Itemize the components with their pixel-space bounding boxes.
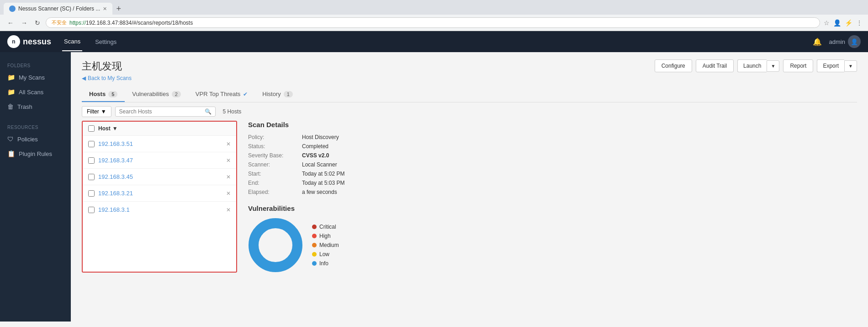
row-checkbox-3[interactable] — [88, 190, 95, 197]
launch-split-button: Launch ▼ — [737, 59, 779, 72]
detail-value-status: Completed — [302, 143, 328, 150]
tab-close-icon[interactable]: ✕ — [103, 6, 107, 12]
my-scans-icon: 📁 — [7, 74, 15, 81]
host-link-0[interactable]: 192.168.3.51 — [98, 140, 222, 147]
tab-hosts[interactable]: Hosts 5 — [82, 87, 125, 102]
detail-label-elapsed: Elapsed: — [248, 189, 298, 195]
detail-value-severity: CVSS v2.0 — [302, 152, 329, 159]
table-row[interactable]: 192.168.3.51 ✕ — [83, 136, 236, 152]
app: n nessus Scans Settings 🔔 admin 👤 FOLDER… — [0, 31, 868, 322]
host-link-4[interactable]: 192.168.3.1 — [98, 206, 222, 213]
sidebar-item-all-scans[interactable]: 📁 All Scans — [0, 85, 71, 99]
legend-dot-high — [312, 234, 317, 238]
detail-row-scanner: Scanner: Local Scanner — [248, 161, 853, 168]
row-close-0[interactable]: ✕ — [226, 141, 231, 147]
row-close-4[interactable]: ✕ — [226, 207, 231, 213]
filter-button[interactable]: Filter ▼ — [82, 106, 111, 117]
sidebar-item-plugin-rules[interactable]: 📋 Plugin Rules — [0, 146, 71, 161]
url-icons: ☆ 👤 ⚡ ⋮ — [824, 19, 863, 27]
search-hosts-input[interactable] — [119, 108, 205, 115]
scan-details-title: Scan Details — [248, 121, 853, 129]
row-close-1[interactable]: ✕ — [226, 157, 231, 164]
bookmark-icon[interactable]: ☆ — [824, 19, 830, 27]
tab-vpr-top-threats[interactable]: VPR Top Threats ✔ — [188, 87, 255, 102]
logo-icon: n — [7, 35, 20, 48]
legend-critical: Critical — [312, 224, 339, 230]
sidebar-item-policies[interactable]: 🛡 Policies — [0, 132, 71, 146]
nav-settings[interactable]: Settings — [93, 33, 118, 51]
detail-label-policy: Policy: — [248, 134, 298, 140]
row-close-3[interactable]: ✕ — [226, 190, 231, 197]
host-link-1[interactable]: 192.168.3.47 — [98, 157, 222, 164]
profile-icon[interactable]: 👤 — [833, 19, 841, 27]
export-button[interactable]: Export — [817, 59, 844, 72]
filter-button-label: Filter — [87, 108, 99, 115]
tab-history-label: History — [262, 91, 281, 97]
logo: n nessus — [7, 35, 51, 48]
row-checkbox-2[interactable] — [88, 174, 95, 180]
legend-label-critical: Critical — [319, 224, 336, 230]
user-avatar: 👤 — [848, 35, 861, 48]
hosts-table: Host ▼ 192.168.3.51 ✕ 192.168.3.47 ✕ — [82, 121, 237, 273]
tab-hosts-label: Hosts — [89, 91, 106, 97]
url-text: https://192.168.3.47:8834/#/scans/report… — [69, 20, 814, 26]
bell-icon[interactable]: 🔔 — [813, 38, 822, 46]
reload-button[interactable]: ↻ — [33, 18, 42, 27]
launch-button[interactable]: Launch — [737, 59, 767, 72]
browser-chrome: Nessus Scanner (SC) / Folders ... ✕ + ← … — [0, 0, 868, 31]
detail-value-policy: Host Discovery — [302, 134, 339, 140]
url-box[interactable]: 不安全 https://192.168.3.47:8834/#/scans/re… — [46, 17, 820, 28]
row-checkbox-4[interactable] — [88, 207, 95, 213]
legend-dot-medium — [312, 243, 317, 247]
table-row[interactable]: 192.168.3.21 ✕ — [83, 185, 236, 202]
policies-label: Policies — [17, 136, 38, 143]
report-button[interactable]: Report — [783, 59, 813, 72]
export-dropdown-arrow[interactable]: ▼ — [844, 60, 857, 72]
configure-button[interactable]: Configure — [655, 59, 692, 72]
table-row[interactable]: 192.168.3.45 ✕ — [83, 169, 236, 185]
back-link[interactable]: ◀ Back to My Scans — [82, 75, 132, 81]
forward-button[interactable]: → — [19, 18, 29, 27]
search-icon: 🔍 — [205, 108, 212, 115]
col-host-header: Host ▼ — [98, 125, 118, 132]
user-menu[interactable]: admin 👤 — [829, 35, 861, 48]
extensions-icon[interactable]: ⚡ — [845, 19, 852, 27]
select-all-checkbox[interactable] — [88, 125, 95, 132]
new-tab-button[interactable]: + — [112, 4, 125, 14]
audit-trail-button[interactable]: Audit Trail — [696, 59, 734, 72]
tab-vulnerabilities[interactable]: Vulnerabilities 2 — [125, 87, 188, 102]
browser-tab[interactable]: Nessus Scanner (SC) / Folders ... ✕ — [4, 3, 112, 15]
row-checkbox-0[interactable] — [88, 141, 95, 147]
host-link-3[interactable]: 192.168.3.21 — [98, 190, 222, 197]
search-container: 🔍 — [115, 107, 216, 117]
all-scans-icon: 📁 — [7, 88, 15, 96]
detail-value-start: Today at 5:02 PM — [302, 171, 344, 177]
sort-icon: ▼ — [112, 125, 118, 132]
all-scans-label: All Scans — [19, 89, 43, 96]
col-host-label: Host — [98, 125, 111, 132]
sidebar-item-trash[interactable]: 🗑 Trash — [0, 99, 71, 114]
tab-vuln-label: Vulnerabilities — [132, 91, 169, 97]
row-close-2[interactable]: ✕ — [226, 174, 231, 180]
svg-point-1 — [254, 223, 297, 267]
detail-label-end: End: — [248, 180, 298, 186]
menu-icon[interactable]: ⋮ — [856, 19, 863, 27]
filter-bar: Filter ▼ 🔍 5 Hosts — [82, 102, 857, 121]
back-arrow-icon: ◀ — [82, 75, 86, 81]
nav-scans[interactable]: Scans — [62, 32, 82, 51]
legend-label-info: Info — [319, 260, 328, 267]
row-checkbox-1[interactable] — [88, 157, 95, 164]
detail-label-scanner: Scanner: — [248, 161, 298, 168]
sidebar-item-my-scans[interactable]: 📁 My Scans — [0, 70, 71, 85]
host-link-2[interactable]: 192.168.3.45 — [98, 173, 222, 180]
detail-label-start: Start: — [248, 171, 298, 177]
table-row[interactable]: 192.168.3.47 ✕ — [83, 152, 236, 169]
tab-history[interactable]: History 1 — [255, 87, 300, 102]
back-link-text: Back to My Scans — [88, 75, 132, 81]
table-row[interactable]: 192.168.3.1 ✕ — [83, 202, 236, 218]
launch-dropdown-arrow[interactable]: ▼ — [767, 60, 779, 72]
detail-row-start: Start: Today at 5:02 PM — [248, 171, 853, 177]
back-button[interactable]: ← — [5, 18, 16, 27]
vpr-check-icon: ✔ — [243, 91, 248, 97]
detail-value-end: Today at 5:03 PM — [302, 180, 344, 186]
